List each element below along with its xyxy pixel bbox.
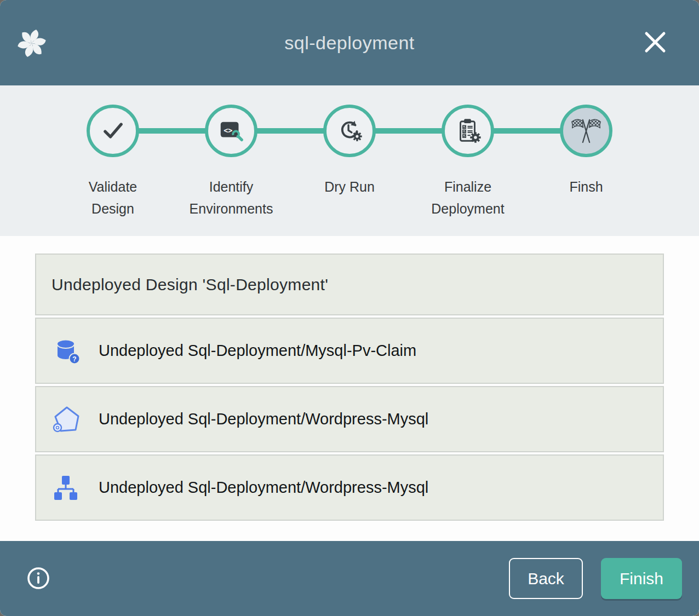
back-button[interactable]: Back xyxy=(509,558,583,599)
close-icon xyxy=(644,31,666,53)
progress-stepper: ValidateDesign <> xyxy=(0,85,699,236)
undeploy-results-card: Undeployed Design 'Sql-Deployment' ? Und… xyxy=(35,254,664,521)
step-label: ValidateDesign xyxy=(89,176,137,220)
table-row: Undeployed Sql-Deployment/Wordpress-Mysq… xyxy=(35,454,664,521)
results-header-row: Undeployed Design 'Sql-Deployment' xyxy=(35,254,664,315)
svg-text:<>: <> xyxy=(224,126,232,135)
footer-actions: Back Finish xyxy=(509,558,682,599)
check-icon xyxy=(99,117,127,145)
dialog-title: sql-deployment xyxy=(0,0,699,85)
step-finish: Finsh xyxy=(527,105,645,220)
results-header-text: Undeployed Design 'Sql-Deployment' xyxy=(51,275,328,294)
step-validate-design: ValidateDesign xyxy=(54,105,172,220)
table-row: Undeployed Sql-Deployment/Wordpress-Mysq… xyxy=(35,386,664,452)
dialog-body: Undeployed Design 'Sql-Deployment' ? Und… xyxy=(0,236,699,541)
step-label: Dry Run xyxy=(324,176,375,198)
deployment-wizard-dialog: sql-deployment xyxy=(0,0,699,616)
code-window-wrench-icon: <> xyxy=(217,117,245,145)
step-label: Finsh xyxy=(569,176,603,198)
pentagon-badge-icon xyxy=(53,405,81,434)
step-dry-run: Dry Run xyxy=(290,105,409,220)
step-finalize-deployment: FinalizeDeployment xyxy=(409,105,527,220)
step-label: IdentifyEnvironments xyxy=(190,176,273,220)
step-circle xyxy=(560,105,612,157)
sync-gear-icon xyxy=(336,117,363,145)
row-text: Undeployed Sql-Deployment/Wordpress-Mysq… xyxy=(99,410,428,428)
finish-button[interactable]: Finish xyxy=(601,558,682,599)
step-identify-environments: <> IdentifyEnvironments xyxy=(172,105,290,220)
svg-text:?: ? xyxy=(72,355,76,362)
step-circle xyxy=(323,105,376,157)
checkered-flags-icon xyxy=(571,116,601,146)
title-bar: sql-deployment xyxy=(0,0,699,85)
close-button[interactable] xyxy=(634,21,676,63)
step-circle xyxy=(87,105,139,157)
row-text: Undeployed Sql-Deployment/Mysql-Pv-Claim xyxy=(99,342,416,360)
footer-bar: Back Finish xyxy=(0,541,699,616)
info-button[interactable] xyxy=(26,566,50,590)
row-text: Undeployed Sql-Deployment/Wordpress-Mysq… xyxy=(99,479,428,497)
step-label: FinalizeDeployment xyxy=(431,176,504,220)
info-icon xyxy=(26,566,50,590)
step-circle xyxy=(442,105,494,157)
database-question-icon: ? xyxy=(53,337,81,365)
hierarchy-icon xyxy=(53,474,81,502)
table-row: ? Undeployed Sql-Deployment/Mysql-Pv-Cla… xyxy=(35,318,664,384)
clipboard-gear-icon xyxy=(454,117,482,145)
step-circle: <> xyxy=(205,105,257,157)
